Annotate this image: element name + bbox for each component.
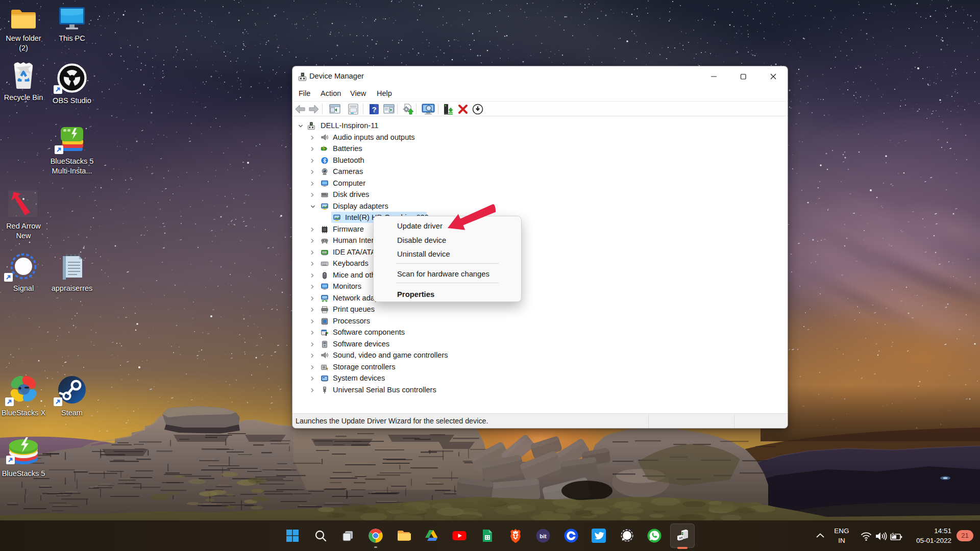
svg-text:bit: bit [540, 533, 547, 539]
svg-text:?: ? [372, 105, 376, 114]
